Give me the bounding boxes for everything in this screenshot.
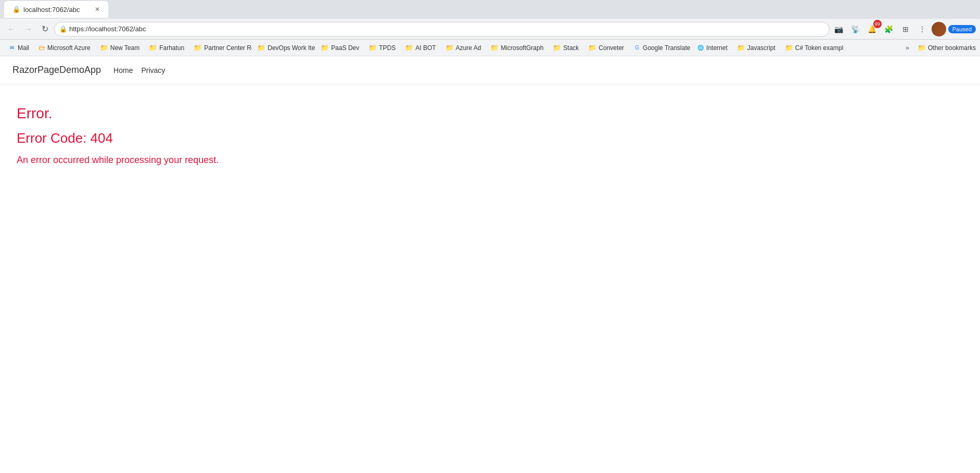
error-code: Error Code: 404 [17,130,963,146]
bookmark-conveter-label: Conveter [599,44,624,52]
refresh-button[interactable]: ↻ [37,22,52,36]
nav-right-icons: 📷 📡 🔔 99 🧩 ⊞ ⋮ Paused [832,22,976,36]
bookmark-tpds-label: TPDS [379,44,396,52]
error-title: Error. [17,105,963,122]
bookmark-farhatun-label: Farhatun [159,44,184,52]
notification-icon-wrapper: 🔔 99 [865,22,880,36]
more-tools-button[interactable]: ⋮ [915,22,930,36]
bookmark-google-translate-label: Google Translate [643,44,690,52]
tab-close-button[interactable]: ✕ [95,6,100,13]
bookmark-msgraph-label: MicrosoftGraph [501,44,543,52]
new-team-icon: 📁 [100,44,108,52]
address-input[interactable] [54,22,830,36]
extensions-button[interactable]: 🧩 [882,22,896,36]
bookmark-azure-label: Microsoft Azure [47,44,91,52]
bookmark-devops[interactable]: 📁 DevOps Work Item [253,42,315,53]
bookmark-paas-dev[interactable]: 📁 PaaS Dev [316,42,363,53]
bookmark-ai-bot[interactable]: 📁 AI BOT [401,42,440,53]
bookmark-ai-bot-label: AI BOT [415,44,436,52]
page-content: RazorPageDemoApp Home Privacy Error. Err… [0,56,980,473]
nav-link-privacy[interactable]: Privacy [141,66,165,74]
lock-icon: 🔒 [59,26,67,33]
csharp-icon: 📁 [785,44,793,52]
azure-icon: 🗁 [39,44,45,52]
azure-ad-icon: 📁 [446,44,454,52]
notification-badge: 99 [873,20,882,28]
extension-icon-wrapper: 📷 [832,22,846,36]
error-content: Error. Error Code: 404 An error occurred… [0,84,980,186]
bookmark-internet[interactable]: 🌐 Internet [693,43,732,53]
back-button[interactable]: ← [4,22,19,36]
bookmark-partner-label: Partner Center Repo [204,44,252,52]
bookmark-csharp-label: C# Token example [795,44,843,52]
bookmark-new-team-label: New Team [110,44,139,52]
app-brand: RazorPageDemoApp [12,65,101,76]
bookmark-paas-label: PaaS Dev [331,44,359,52]
bookmark-internet-label: Internet [706,44,728,52]
bookmark-microsoft-azure[interactable]: 🗁 Microsoft Azure [34,42,95,53]
profile-wrapper [932,22,946,36]
more-bookmarks-button[interactable]: » [902,43,912,53]
nav-bar: ← → ↻ 🔒 📷 📡 🔔 99 🧩 ⊞ ⋮ Paused [0,19,980,40]
tab-title: localhost:7062/abc [23,6,80,14]
bookmarks-bar: ✉ Mail 🗁 Microsoft Azure 📁 New Team 📁 Fa… [0,40,980,56]
bookmark-mail-label: Mail [18,44,29,52]
msgraph-icon: 📁 [490,44,499,52]
bookmark-mail[interactable]: ✉ Mail [4,43,33,53]
farhatun-icon: 📁 [149,44,157,52]
active-tab[interactable]: 🔒 localhost:7062/abc ✕ [4,1,108,18]
other-icon: 📁 [918,44,926,52]
app-navbar: RazorPageDemoApp Home Privacy [0,56,980,84]
bookmark-azure-ad[interactable]: 📁 Azure Ad [441,42,486,53]
bookmark-javascript[interactable]: 📁 Javascript [733,42,780,53]
bookmark-partner-center[interactable]: 📁 Partner Center Repo [189,42,252,53]
split-view-button[interactable]: ⊞ [898,22,913,36]
nav-link-home[interactable]: Home [113,66,133,74]
mail-icon: ✉ [8,44,16,52]
javascript-icon: 📁 [737,44,745,52]
tab-bar: 🔒 localhost:7062/abc ✕ [0,0,980,19]
bookmark-conveter[interactable]: 📁 Conveter [584,42,628,53]
address-bar-wrapper: 🔒 [54,22,830,36]
partner-icon: 📁 [194,44,202,52]
bookmark-tpds[interactable]: 📁 TPDS [364,42,400,53]
app-nav-links: Home Privacy [113,66,165,74]
cast-button[interactable]: 📡 [848,22,863,36]
devops-icon: 📁 [257,44,265,52]
forward-button[interactable]: → [21,22,35,36]
tab-favicon: 🔒 [12,6,20,13]
tpds-icon: 📁 [368,44,377,52]
error-message: An error occurred while processing your … [17,155,963,166]
ai-bot-icon: 📁 [405,44,413,52]
bookmark-javascript-label: Javascript [747,44,775,52]
stack-icon: 📁 [553,44,561,52]
bookmark-msgraph[interactable]: 📁 MicrosoftGraph [486,42,548,53]
google-translate-icon: G [633,44,641,52]
bookmark-devops-label: DevOps Work Item [268,44,315,52]
bookmark-stack-label: Stack [563,44,579,52]
bookmark-other[interactable]: 📁 Other bookmarks [913,42,976,53]
profile-avatar[interactable] [932,22,946,36]
bookmark-new-team[interactable]: 📁 New Team [96,42,144,53]
bookmark-stack[interactable]: 📁 Stack [549,42,583,53]
paas-icon: 📁 [321,44,329,52]
bookmark-google-translate[interactable]: G Google Translate [629,43,692,53]
screen-capture-button[interactable]: 📷 [832,22,846,36]
conveter-icon: 📁 [588,44,596,52]
bookmark-azure-ad-label: Azure Ad [456,44,481,52]
bookmark-csharp-token[interactable]: 📁 C# Token example [781,42,843,53]
bookmark-other-label: Other bookmarks [928,44,976,52]
internet-icon: 🌐 [697,44,704,52]
browser-chrome: 🔒 localhost:7062/abc ✕ ← → ↻ 🔒 📷 📡 🔔 99 … [0,0,980,56]
paused-badge[interactable]: Paused [948,25,976,33]
bookmark-farhatun[interactable]: 📁 Farhatun [145,42,188,53]
cast-icon-wrapper: 📡 [848,22,863,36]
